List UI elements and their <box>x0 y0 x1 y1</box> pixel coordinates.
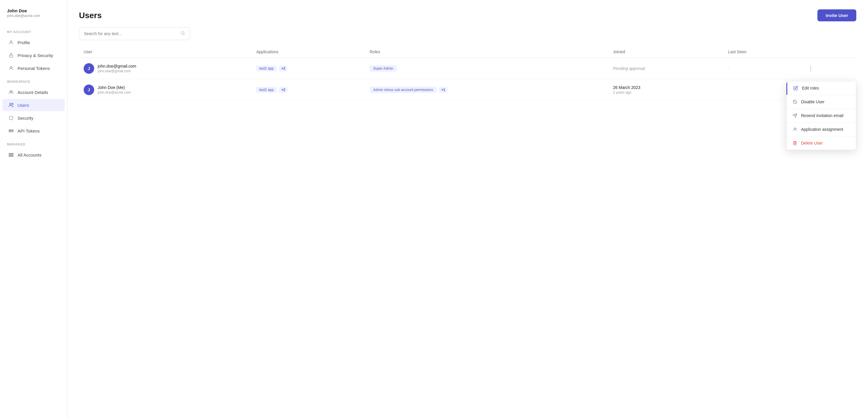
joined-ago: 2 years ago <box>613 90 718 94</box>
send-icon <box>792 113 798 118</box>
disable-icon <box>792 99 798 104</box>
sidebar-item-privacy-security[interactable]: Privacy & Security <box>2 49 65 61</box>
user-email-1: john.doe@gmail.com <box>98 69 136 73</box>
svg-rect-12 <box>9 153 13 154</box>
svg-point-7 <box>12 103 13 105</box>
col-actions <box>801 46 856 58</box>
dropdown-item-resend-invitation[interactable]: Resend invitation email <box>786 109 856 122</box>
svg-point-15 <box>181 32 184 34</box>
sidebar-label-privacy: Privacy & Security <box>18 53 53 58</box>
user-email-2: john.doe@acme.com <box>98 90 131 94</box>
svg-line-16 <box>184 34 185 35</box>
last-seen-1: - <box>728 66 730 71</box>
col-roles: Roles <box>365 46 608 58</box>
table-row: J john.doe@gmail.com john.doe@gmail.com … <box>79 58 856 79</box>
svg-rect-13 <box>9 154 13 155</box>
table-row: J John Doe (Me) john.doe@acme.com test2 … <box>79 79 856 101</box>
edit-icon <box>793 85 798 91</box>
last-seen-cell-1: - <box>723 58 801 79</box>
svg-rect-14 <box>9 156 13 156</box>
dropdown-label-delete-user: Delete User <box>801 141 823 145</box>
user-name-2: John Doe (Me) <box>98 85 131 90</box>
app-plus-2: +2 <box>279 87 288 93</box>
sidebar-item-all-accounts[interactable]: All Accounts <box>2 149 65 161</box>
api-tokens-icon <box>8 128 14 134</box>
sidebar: John Doe john.doe@acme.com My Account Pr… <box>0 0 67 419</box>
person-icon <box>8 39 14 46</box>
users-icon <box>8 102 14 108</box>
roles-cell-2: Admin minus sub account permissions +1 <box>365 79 608 101</box>
invite-user-button[interactable]: Invite User <box>817 9 856 21</box>
svg-rect-1 <box>10 55 13 57</box>
dropdown-label-app-assignment: Application assignment <box>801 127 843 132</box>
actions-cell-1: ⋮ <box>801 58 856 79</box>
sidebar-label-personal-tokens: Personal Tokens <box>18 66 50 71</box>
app-tag-2: test2 app <box>256 87 276 93</box>
search-icon <box>181 31 185 37</box>
svg-point-2 <box>10 66 12 68</box>
users-table: User Applications Roles Joined Last Seen… <box>79 46 856 101</box>
sidebar-item-profile[interactable]: Profile <box>2 36 65 49</box>
svg-point-21 <box>794 128 796 129</box>
section-workspace: Workspace <box>0 74 67 86</box>
sidebar-item-api-tokens[interactable]: API Tokens <box>2 125 65 137</box>
svg-point-5 <box>11 91 12 92</box>
sidebar-label-api-tokens: API Tokens <box>18 128 40 133</box>
joined-date: 26 March 2023 <box>613 85 718 90</box>
svg-point-4 <box>10 91 11 92</box>
apps-cell-2: test2 app +2 <box>251 79 365 101</box>
app-plus-1: +2 <box>279 65 288 71</box>
page-header: Users Invite User <box>67 0 868 27</box>
search-input[interactable] <box>84 31 178 36</box>
svg-point-0 <box>10 41 12 42</box>
sidebar-label-security: Security <box>18 116 33 121</box>
sidebar-user-email: john.doe@acme.com <box>7 14 60 18</box>
joined-cell-2: 26 March 2023 2 years ago <box>608 79 723 101</box>
dropdown-item-edit-roles[interactable]: Edit roles <box>786 81 856 95</box>
app-tag-1: test2 app <box>256 65 276 71</box>
col-last-seen: Last Seen <box>723 46 801 58</box>
dropdown-item-delete-user[interactable]: Delete User <box>786 136 856 150</box>
search-bar-container <box>79 27 190 40</box>
col-applications: Applications <box>251 46 365 58</box>
roles-cell-1: Super Admin <box>365 58 608 79</box>
sidebar-item-account-details[interactable]: Account Details <box>2 86 65 98</box>
sidebar-user-name: John Doe <box>7 8 60 13</box>
sidebar-label-all-accounts: All Accounts <box>18 152 41 157</box>
col-joined: Joined <box>608 46 723 58</box>
role-plus-2: +1 <box>439 87 448 93</box>
user-cell-1: J john.doe@gmail.com john.doe@gmail.com <box>79 58 251 79</box>
col-user: User <box>79 46 251 58</box>
app-assign-icon <box>792 127 798 132</box>
role-tag-2: Admin minus sub account permissions <box>370 87 437 93</box>
lock-icon <box>8 52 14 58</box>
sidebar-item-personal-tokens[interactable]: Personal Tokens <box>2 62 65 74</box>
sidebar-label-profile: Profile <box>18 40 30 45</box>
apps-cell-1: test2 app +2 <box>251 58 365 79</box>
section-my-account: My Account <box>0 25 67 36</box>
joined-cell-1: Pending approval <box>608 58 723 79</box>
svg-point-6 <box>10 103 11 105</box>
all-accounts-icon <box>8 152 14 158</box>
context-menu: Edit roles Disable User Resend invitatio… <box>786 81 856 150</box>
page-title: Users <box>79 11 102 20</box>
joined-pending: Pending approval <box>613 66 645 71</box>
avatar: J <box>84 85 94 95</box>
svg-line-18 <box>794 100 796 103</box>
sidebar-label-users: Users <box>18 103 29 108</box>
table-wrapper: User Applications Roles Joined Last Seen… <box>67 46 868 419</box>
section-managed: Managed <box>0 137 67 148</box>
sidebar-user: John Doe john.doe@acme.com <box>0 8 67 25</box>
dropdown-label-disable-user: Disable User <box>801 99 825 104</box>
dropdown-item-app-assignment[interactable]: Application assignment <box>786 123 856 136</box>
main-content: Users Invite User User Applications Role… <box>67 0 868 419</box>
sidebar-item-users[interactable]: Users <box>2 99 65 111</box>
sidebar-item-security[interactable]: Security <box>2 112 65 124</box>
account-details-icon <box>8 89 14 95</box>
trash-icon <box>792 141 798 146</box>
role-tag-1: Super Admin <box>370 65 397 72</box>
avatar: J <box>84 63 94 74</box>
more-button-1[interactable]: ⋮ <box>805 64 816 72</box>
user-name-1: john.doe@gmail.com <box>98 64 136 68</box>
dropdown-item-disable-user[interactable]: Disable User <box>786 95 856 109</box>
